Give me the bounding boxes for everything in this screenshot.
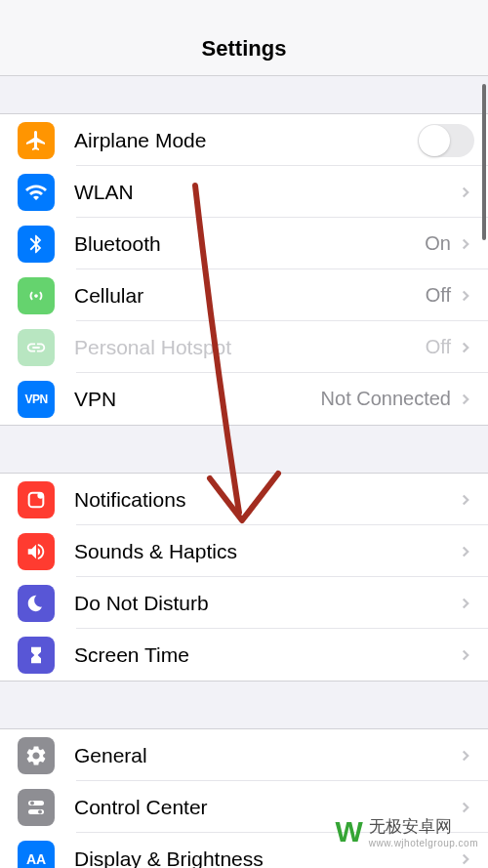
general-label: General — [74, 744, 457, 767]
speaker-icon — [18, 533, 55, 570]
bluetooth-label: Bluetooth — [74, 232, 425, 256]
link-icon — [18, 329, 55, 366]
chevron-right-icon — [457, 646, 474, 664]
chevron-right-icon — [457, 491, 474, 509]
vpn-label: VPN — [74, 388, 321, 411]
svg-point-5 — [38, 809, 42, 813]
row-personal-hotspot[interactable]: Personal Hotspot Off — [0, 321, 488, 373]
chevron-right-icon — [457, 287, 474, 305]
cellular-value: Off — [426, 284, 451, 307]
switches-icon — [18, 789, 55, 826]
row-notifications[interactable]: Notifications — [0, 474, 488, 525]
chevron-right-icon — [457, 543, 474, 560]
sounds-label: Sounds & Haptics — [74, 540, 457, 563]
row-airplane-mode[interactable]: Airplane Mode — [0, 114, 488, 166]
page-title: Settings — [202, 36, 287, 62]
bluetooth-icon — [18, 226, 55, 263]
wifi-icon — [18, 174, 55, 211]
screentime-label: Screen Time — [74, 643, 457, 667]
cellular-label: Cellular — [74, 284, 426, 308]
bluetooth-value: On — [425, 232, 451, 255]
watermark-logo-icon: W — [335, 815, 362, 848]
chevron-right-icon — [457, 391, 474, 408]
display-label: Display & Brightness — [74, 847, 457, 869]
watermark-url: www.wjhotelgroup.com — [369, 838, 478, 848]
chevron-right-icon — [457, 799, 474, 816]
chevron-right-icon — [457, 747, 474, 765]
vpn-value: Not Connected — [321, 388, 451, 410]
scrollbar-indicator — [482, 84, 486, 240]
chevron-right-icon — [457, 339, 474, 356]
notifications-label: Notifications — [74, 488, 457, 512]
row-cellular[interactable]: Cellular Off — [0, 269, 488, 321]
row-vpn[interactable]: VPN VPN Not Connected — [0, 373, 488, 425]
hotspot-label: Personal Hotspot — [74, 336, 426, 359]
hotspot-value: Off — [426, 336, 451, 358]
moon-icon — [18, 585, 55, 622]
watermark-brand: 无极安卓网 — [369, 815, 478, 838]
airplane-toggle[interactable] — [418, 124, 474, 157]
text-size-icon: AA — [18, 841, 55, 869]
svg-point-4 — [30, 801, 34, 805]
hourglass-icon — [18, 637, 55, 674]
row-bluetooth[interactable]: Bluetooth On — [0, 218, 488, 269]
airplane-label: Airplane Mode — [74, 129, 418, 152]
row-screen-time[interactable]: Screen Time — [0, 629, 488, 681]
chevron-right-icon — [457, 235, 474, 253]
chevron-right-icon — [457, 595, 474, 612]
chevron-right-icon — [457, 184, 474, 201]
dnd-label: Do Not Disturb — [74, 592, 457, 615]
wlan-label: WLAN — [74, 181, 457, 204]
row-sounds-haptics[interactable]: Sounds & Haptics — [0, 525, 488, 577]
watermark: W 无极安卓网 www.wjhotelgroup.com — [335, 815, 478, 848]
vpn-icon: VPN — [18, 381, 55, 418]
airplane-icon — [18, 122, 55, 159]
header: Settings — [0, 0, 488, 76]
gear-icon — [18, 737, 55, 774]
settings-group-connectivity: Airplane Mode WLAN Bluetooth On Cellular… — [0, 113, 488, 426]
antenna-icon — [18, 277, 55, 314]
notifications-icon — [18, 481, 55, 518]
row-general[interactable]: General — [0, 729, 488, 781]
row-wlan[interactable]: WLAN — [0, 166, 488, 218]
chevron-right-icon — [457, 850, 474, 868]
row-do-not-disturb[interactable]: Do Not Disturb — [0, 577, 488, 629]
settings-group-notifications: Notifications Sounds & Haptics Do Not Di… — [0, 473, 488, 682]
svg-point-1 — [37, 492, 43, 498]
